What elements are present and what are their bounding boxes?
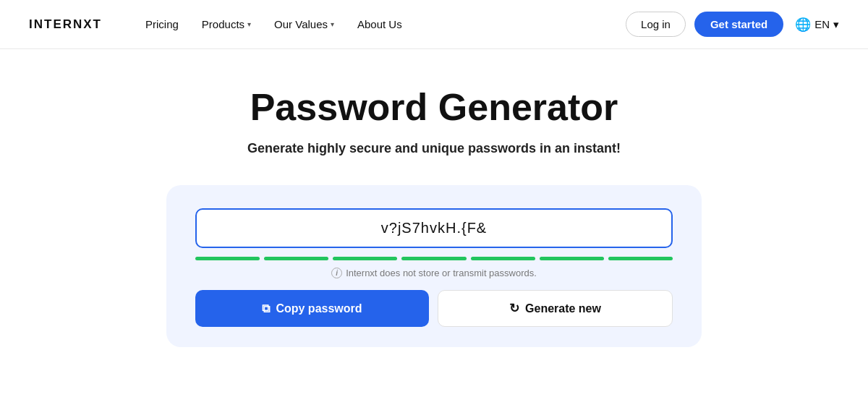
nav-actions: Log in Get started 🌐 EN ▾ (626, 12, 839, 37)
logo[interactable]: INTERNXT (29, 17, 102, 32)
refresh-icon: ↻ (509, 301, 519, 316)
language-selector[interactable]: 🌐 EN ▾ (795, 17, 839, 33)
navbar: INTERNXT Pricing Products ▾ Our Values ▾… (0, 0, 868, 49)
nav-our-values[interactable]: Our Values ▾ (265, 12, 343, 36)
login-button[interactable]: Log in (626, 12, 686, 37)
nav-about-us[interactable]: About Us (349, 12, 411, 36)
get-started-button[interactable]: Get started (694, 12, 783, 37)
hero-section: Password Generator Generate highly secur… (0, 49, 868, 362)
strength-segment-4 (401, 257, 466, 260)
nav-links: Pricing Products ▾ Our Values ▾ About Us (137, 12, 603, 36)
globe-icon: 🌐 (795, 17, 811, 33)
generate-new-button[interactable]: ↻ Generate new (438, 290, 673, 327)
chevron-down-icon: ▾ (247, 20, 251, 28)
password-card: i Internxt does not store or transmit pa… (166, 185, 702, 347)
strength-segment-3 (333, 257, 397, 260)
info-icon: i (331, 268, 342, 278)
hero-subtitle: Generate highly secure and unique passwo… (247, 141, 621, 156)
nav-products[interactable]: Products ▾ (193, 12, 260, 36)
page-title: Password Generator (250, 87, 618, 128)
strength-segment-5 (471, 257, 535, 260)
strength-segment-2 (264, 257, 328, 260)
password-input[interactable] (211, 220, 657, 236)
strength-segment-6 (540, 257, 604, 260)
copy-password-button[interactable]: ⧉ Copy password (195, 290, 429, 327)
action-buttons: ⧉ Copy password ↻ Generate new (195, 290, 673, 327)
password-display (195, 208, 673, 248)
strength-bar (195, 257, 673, 260)
chevron-down-icon: ▾ (833, 18, 839, 31)
nav-pricing[interactable]: Pricing (137, 12, 187, 36)
strength-segment-7 (608, 257, 673, 260)
chevron-down-icon: ▾ (331, 20, 334, 28)
strength-segment-1 (195, 257, 260, 260)
disclaimer: i Internxt does not store or transmit pa… (195, 268, 673, 278)
copy-icon: ⧉ (262, 302, 270, 315)
